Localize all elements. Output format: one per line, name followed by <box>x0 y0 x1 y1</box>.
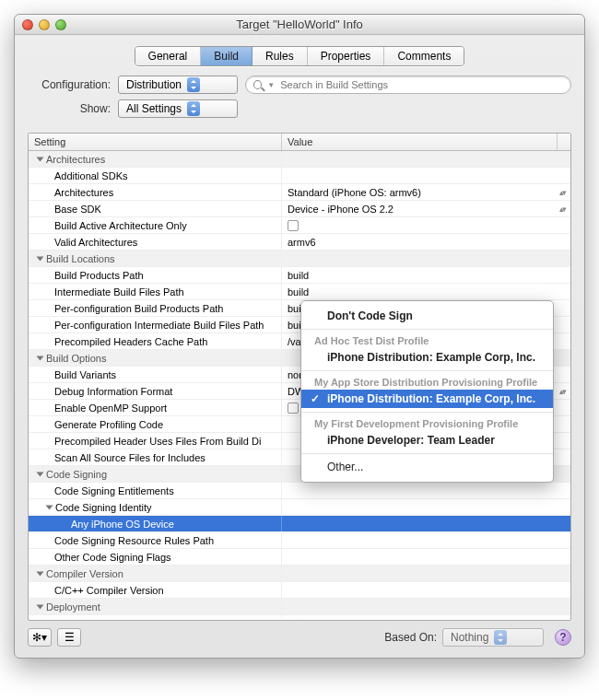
popup-separator <box>301 329 553 330</box>
setting-value[interactable]: build <box>282 284 570 299</box>
help-button[interactable]: ? <box>555 629 571 646</box>
setting-name: Generate Profiling Code <box>29 416 282 432</box>
tabbar: General Build Rules Properties Comments <box>15 35 584 76</box>
setting-value[interactable] <box>282 217 570 233</box>
popup-other[interactable]: Other... <box>301 458 553 476</box>
column-value[interactable]: Value <box>282 134 558 150</box>
disclosure-icon <box>37 157 44 161</box>
setting-row[interactable]: Build Products Pathbuild <box>29 267 570 284</box>
stepper-icon[interactable]: ▴▾ <box>559 383 565 399</box>
titlebar[interactable]: Target "HelloWorld" Info <box>15 15 584 35</box>
setting-name: Build Variants <box>29 367 282 382</box>
setting-name: Additional SDKs <box>29 168 282 183</box>
setting-value[interactable] <box>282 532 570 548</box>
setting-value[interactable]: Standard (iPhone OS: armv6)▴▾ <box>282 184 570 200</box>
based-on-select[interactable]: Nothing <box>442 628 544 647</box>
setting-name: Code Signing Identity <box>29 499 282 515</box>
setting-value[interactable] <box>282 168 570 183</box>
gear-menu-button[interactable]: ✻▾ <box>28 628 52 647</box>
popup-adhoc-item[interactable]: iPhone Distribution: Example Corp, Inc. <box>301 348 553 367</box>
setting-row[interactable]: C/C++ Compiler Version <box>29 582 570 599</box>
setting-row[interactable]: Additional SDKs <box>29 168 570 184</box>
chevron-down-icon[interactable]: ▼ <box>267 81 275 89</box>
setting-row[interactable]: Other Code Signing Flags <box>29 549 570 566</box>
setting-name: Enable OpenMP Support <box>29 400 282 415</box>
setting-name: Valid Architectures <box>29 234 282 250</box>
column-setting[interactable]: Setting <box>29 134 282 150</box>
setting-value[interactable] <box>282 582 570 598</box>
setting-value[interactable]: build <box>282 267 570 283</box>
setting-name: C/C++ Compiler Version <box>29 582 282 598</box>
setting-value[interactable]: armv6 <box>282 234 570 250</box>
setting-row[interactable]: Build Active Architecture Only <box>29 217 570 234</box>
setting-value[interactable] <box>282 615 570 617</box>
tab-build[interactable]: Build <box>201 47 253 65</box>
tab-general[interactable]: General <box>135 47 202 65</box>
minimize-icon[interactable] <box>39 19 50 30</box>
window-title: Target "HelloWorld" Info <box>15 18 584 31</box>
table-header: Setting Value <box>29 134 570 151</box>
setting-name: Build Active Architecture Only <box>29 217 282 233</box>
disclosure-icon <box>37 472 44 476</box>
setting-value[interactable] <box>282 516 570 531</box>
popup-group-header: My First Development Provisioning Profil… <box>301 416 553 431</box>
group-row[interactable]: Architectures <box>29 151 570 168</box>
setting-value[interactable]: Device - iPhone OS 2.2▴▾ <box>282 201 570 216</box>
setting-name: Scan All Source Files for Includes <box>29 449 282 465</box>
popup-dev-item[interactable]: iPhone Developer: Team Leader <box>301 431 553 449</box>
disclosure-icon <box>46 506 53 510</box>
settings-table: Setting Value ArchitecturesAdditional SD… <box>28 133 571 621</box>
configuration-label: Configuration: <box>28 78 111 91</box>
show-select[interactable]: All Settings <box>118 99 238 118</box>
disclosure-icon <box>37 356 44 360</box>
setting-row[interactable]: ArchitecturesStandard (iPhone OS: armv6)… <box>29 184 570 201</box>
group-row[interactable]: Build Locations <box>29 251 570 267</box>
setting-row[interactable]: Code Signing Resource Rules Path <box>29 532 570 549</box>
setting-row[interactable]: Any iPhone OS Device <box>29 516 570 532</box>
tab-comments[interactable]: Comments <box>384 47 464 65</box>
group-name: Architectures <box>46 151 105 167</box>
group-row[interactable]: Compiler Version <box>29 566 570 582</box>
setting-name: Per-configuration Intermediate Build Fil… <box>29 317 282 332</box>
setting-value[interactable] <box>282 499 570 515</box>
tab-properties[interactable]: Properties <box>308 47 385 65</box>
tab-rules[interactable]: Rules <box>253 47 308 65</box>
code-sign-popup[interactable]: Don't Code Sign Ad Hoc Test Dist Profile… <box>300 300 554 483</box>
group-row[interactable]: Deployment <box>29 599 570 615</box>
stepper-icon[interactable]: ▴▾ <box>559 201 565 216</box>
setting-row[interactable]: Additional Strip Flags <box>29 615 570 617</box>
setting-name: Precompiled Headers Cache Path <box>29 333 282 349</box>
setting-name: Architectures <box>29 184 282 200</box>
based-on-value: Nothing <box>451 631 488 644</box>
search-field[interactable]: ▼ <box>245 76 571 94</box>
group-name: Build Locations <box>46 251 115 266</box>
popup-dont-sign[interactable]: Don't Code Sign <box>301 307 553 325</box>
footer: ✻▾ ☰ Based On: Nothing ? <box>15 621 584 658</box>
setting-row[interactable]: Base SDKDevice - iPhone OS 2.2▴▾ <box>29 201 570 217</box>
setting-row[interactable]: Intermediate Build Files Pathbuild <box>29 284 570 300</box>
configuration-select[interactable]: Distribution <box>118 76 238 94</box>
popup-appstore-item[interactable]: ✓iPhone Distribution: Example Corp, Inc. <box>301 390 553 408</box>
setting-name: Code Signing Resource Rules Path <box>29 532 282 548</box>
checkbox[interactable] <box>288 402 299 414</box>
disclosure-icon <box>37 571 44 576</box>
setting-row[interactable]: Code Signing Identity <box>29 499 570 516</box>
stepper-icon[interactable]: ▴▾ <box>559 184 565 200</box>
setting-value[interactable] <box>282 483 570 498</box>
setting-name: Base SDK <box>29 201 282 216</box>
zoom-icon[interactable] <box>55 19 66 30</box>
setting-name: Code Signing Entitlements <box>29 483 282 498</box>
check-icon: ✓ <box>311 392 320 405</box>
setting-row[interactable]: Code Signing Entitlements <box>29 483 570 499</box>
configuration-value: Distribution <box>126 78 182 91</box>
setting-row[interactable]: Valid Architecturesarmv6 <box>29 234 570 251</box>
setting-value[interactable] <box>282 549 570 565</box>
group-name: Deployment <box>46 599 100 614</box>
disclosure-icon <box>37 604 44 609</box>
popup-separator <box>301 453 553 454</box>
search-input[interactable] <box>280 79 563 90</box>
show-label: Show: <box>28 102 111 115</box>
checkbox[interactable] <box>288 220 299 231</box>
list-view-button[interactable]: ☰ <box>57 628 81 647</box>
close-icon[interactable] <box>22 19 33 30</box>
